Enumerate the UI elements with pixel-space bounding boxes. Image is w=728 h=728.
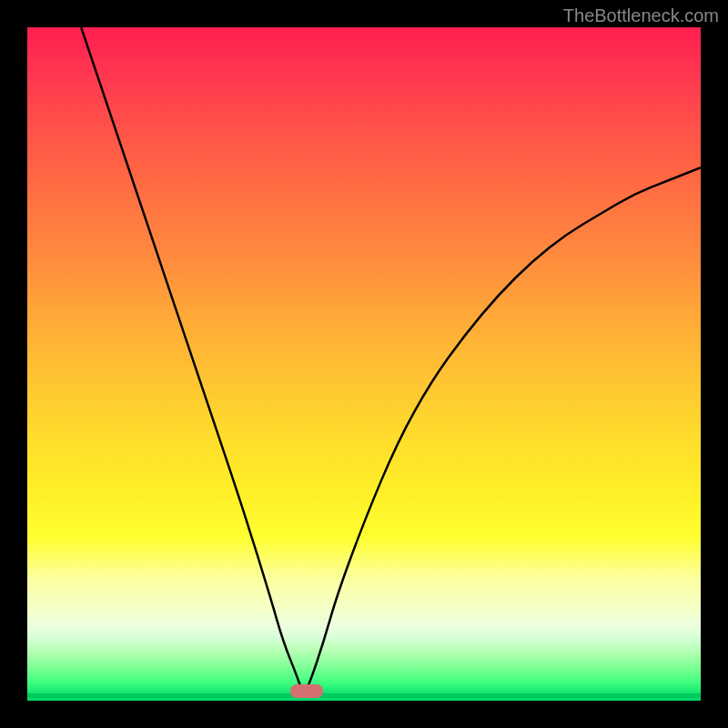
optimal-marker	[290, 684, 323, 698]
gradient-background-upper	[27, 27, 701, 627]
watermark-text: TheBottleneck.com	[563, 5, 719, 26]
chart-plot-area	[27, 27, 701, 701]
gradient-background-lower	[27, 627, 701, 701]
baseline	[27, 693, 701, 698]
